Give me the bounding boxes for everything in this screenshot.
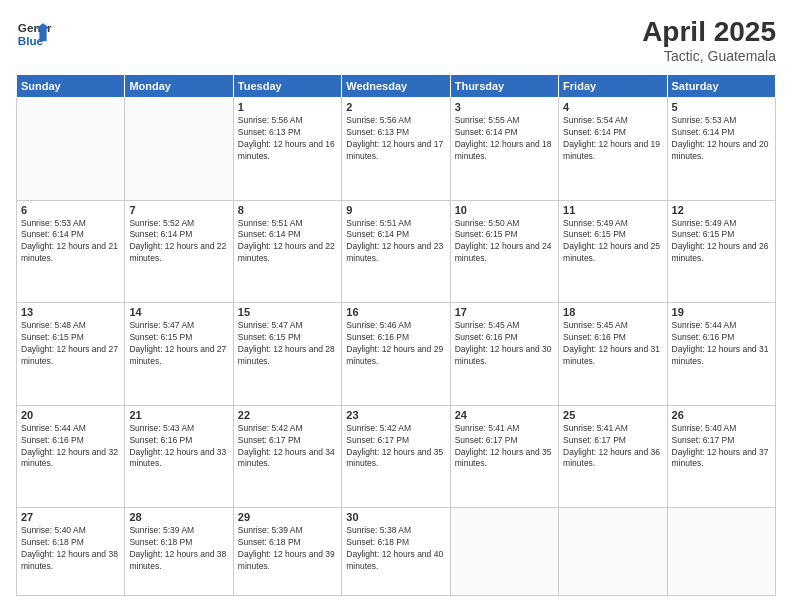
- weekday-header-cell: Saturday: [667, 75, 775, 98]
- weekday-header-cell: Sunday: [17, 75, 125, 98]
- day-number: 1: [238, 101, 337, 113]
- calendar-cell: 17Sunrise: 5:45 AM Sunset: 6:16 PM Dayli…: [450, 303, 558, 406]
- calendar-cell: 30Sunrise: 5:38 AM Sunset: 6:18 PM Dayli…: [342, 508, 450, 596]
- day-info: Sunrise: 5:47 AM Sunset: 6:15 PM Dayligh…: [129, 320, 228, 368]
- day-info: Sunrise: 5:45 AM Sunset: 6:16 PM Dayligh…: [455, 320, 554, 368]
- day-number: 27: [21, 511, 120, 523]
- day-number: 13: [21, 306, 120, 318]
- day-info: Sunrise: 5:40 AM Sunset: 6:17 PM Dayligh…: [672, 423, 771, 471]
- day-number: 19: [672, 306, 771, 318]
- day-number: 9: [346, 204, 445, 216]
- day-info: Sunrise: 5:50 AM Sunset: 6:15 PM Dayligh…: [455, 218, 554, 266]
- day-number: 5: [672, 101, 771, 113]
- logo: General Blue: [16, 16, 52, 52]
- day-info: Sunrise: 5:54 AM Sunset: 6:14 PM Dayligh…: [563, 115, 662, 163]
- location: Tactic, Guatemala: [642, 48, 776, 64]
- calendar-cell: 26Sunrise: 5:40 AM Sunset: 6:17 PM Dayli…: [667, 405, 775, 508]
- day-number: 3: [455, 101, 554, 113]
- day-info: Sunrise: 5:39 AM Sunset: 6:18 PM Dayligh…: [238, 525, 337, 573]
- title-block: April 2025 Tactic, Guatemala: [642, 16, 776, 64]
- day-number: 23: [346, 409, 445, 421]
- calendar-cell: 15Sunrise: 5:47 AM Sunset: 6:15 PM Dayli…: [233, 303, 341, 406]
- calendar-cell: 14Sunrise: 5:47 AM Sunset: 6:15 PM Dayli…: [125, 303, 233, 406]
- calendar-cell: 12Sunrise: 5:49 AM Sunset: 6:15 PM Dayli…: [667, 200, 775, 303]
- calendar-cell: 16Sunrise: 5:46 AM Sunset: 6:16 PM Dayli…: [342, 303, 450, 406]
- day-number: 22: [238, 409, 337, 421]
- calendar-cell: 22Sunrise: 5:42 AM Sunset: 6:17 PM Dayli…: [233, 405, 341, 508]
- logo-icon: General Blue: [16, 16, 52, 52]
- calendar-cell: 18Sunrise: 5:45 AM Sunset: 6:16 PM Dayli…: [559, 303, 667, 406]
- day-number: 10: [455, 204, 554, 216]
- calendar-cell: 19Sunrise: 5:44 AM Sunset: 6:16 PM Dayli…: [667, 303, 775, 406]
- weekday-header-cell: Friday: [559, 75, 667, 98]
- day-number: 18: [563, 306, 662, 318]
- calendar-cell: 21Sunrise: 5:43 AM Sunset: 6:16 PM Dayli…: [125, 405, 233, 508]
- day-info: Sunrise: 5:53 AM Sunset: 6:14 PM Dayligh…: [672, 115, 771, 163]
- day-number: 11: [563, 204, 662, 216]
- day-number: 17: [455, 306, 554, 318]
- calendar-cell: 29Sunrise: 5:39 AM Sunset: 6:18 PM Dayli…: [233, 508, 341, 596]
- calendar-table: SundayMondayTuesdayWednesdayThursdayFrid…: [16, 74, 776, 596]
- day-info: Sunrise: 5:49 AM Sunset: 6:15 PM Dayligh…: [672, 218, 771, 266]
- day-number: 29: [238, 511, 337, 523]
- calendar-row: 20Sunrise: 5:44 AM Sunset: 6:16 PM Dayli…: [17, 405, 776, 508]
- day-info: Sunrise: 5:56 AM Sunset: 6:13 PM Dayligh…: [346, 115, 445, 163]
- day-number: 24: [455, 409, 554, 421]
- calendar-cell: 6Sunrise: 5:53 AM Sunset: 6:14 PM Daylig…: [17, 200, 125, 303]
- day-info: Sunrise: 5:52 AM Sunset: 6:14 PM Dayligh…: [129, 218, 228, 266]
- calendar-row: 13Sunrise: 5:48 AM Sunset: 6:15 PM Dayli…: [17, 303, 776, 406]
- day-number: 4: [563, 101, 662, 113]
- day-number: 15: [238, 306, 337, 318]
- calendar-cell: 11Sunrise: 5:49 AM Sunset: 6:15 PM Dayli…: [559, 200, 667, 303]
- day-info: Sunrise: 5:53 AM Sunset: 6:14 PM Dayligh…: [21, 218, 120, 266]
- calendar-cell: 27Sunrise: 5:40 AM Sunset: 6:18 PM Dayli…: [17, 508, 125, 596]
- day-number: 28: [129, 511, 228, 523]
- day-info: Sunrise: 5:43 AM Sunset: 6:16 PM Dayligh…: [129, 423, 228, 471]
- calendar-row: 6Sunrise: 5:53 AM Sunset: 6:14 PM Daylig…: [17, 200, 776, 303]
- calendar-cell: [17, 98, 125, 201]
- weekday-header-cell: Monday: [125, 75, 233, 98]
- day-info: Sunrise: 5:42 AM Sunset: 6:17 PM Dayligh…: [346, 423, 445, 471]
- calendar-cell: 2Sunrise: 5:56 AM Sunset: 6:13 PM Daylig…: [342, 98, 450, 201]
- calendar-cell: 8Sunrise: 5:51 AM Sunset: 6:14 PM Daylig…: [233, 200, 341, 303]
- day-number: 2: [346, 101, 445, 113]
- calendar-cell: 7Sunrise: 5:52 AM Sunset: 6:14 PM Daylig…: [125, 200, 233, 303]
- calendar-cell: [667, 508, 775, 596]
- calendar-cell: 10Sunrise: 5:50 AM Sunset: 6:15 PM Dayli…: [450, 200, 558, 303]
- day-info: Sunrise: 5:45 AM Sunset: 6:16 PM Dayligh…: [563, 320, 662, 368]
- day-number: 6: [21, 204, 120, 216]
- day-info: Sunrise: 5:55 AM Sunset: 6:14 PM Dayligh…: [455, 115, 554, 163]
- day-number: 8: [238, 204, 337, 216]
- calendar-cell: 4Sunrise: 5:54 AM Sunset: 6:14 PM Daylig…: [559, 98, 667, 201]
- day-info: Sunrise: 5:41 AM Sunset: 6:17 PM Dayligh…: [455, 423, 554, 471]
- day-info: Sunrise: 5:48 AM Sunset: 6:15 PM Dayligh…: [21, 320, 120, 368]
- calendar-cell: 24Sunrise: 5:41 AM Sunset: 6:17 PM Dayli…: [450, 405, 558, 508]
- calendar-cell: 28Sunrise: 5:39 AM Sunset: 6:18 PM Dayli…: [125, 508, 233, 596]
- calendar-cell: 20Sunrise: 5:44 AM Sunset: 6:16 PM Dayli…: [17, 405, 125, 508]
- calendar-cell: 25Sunrise: 5:41 AM Sunset: 6:17 PM Dayli…: [559, 405, 667, 508]
- weekday-header-cell: Thursday: [450, 75, 558, 98]
- day-number: 7: [129, 204, 228, 216]
- day-info: Sunrise: 5:44 AM Sunset: 6:16 PM Dayligh…: [21, 423, 120, 471]
- calendar-cell: [450, 508, 558, 596]
- day-info: Sunrise: 5:44 AM Sunset: 6:16 PM Dayligh…: [672, 320, 771, 368]
- day-info: Sunrise: 5:38 AM Sunset: 6:18 PM Dayligh…: [346, 525, 445, 573]
- calendar-cell: 5Sunrise: 5:53 AM Sunset: 6:14 PM Daylig…: [667, 98, 775, 201]
- day-info: Sunrise: 5:42 AM Sunset: 6:17 PM Dayligh…: [238, 423, 337, 471]
- calendar-cell: 3Sunrise: 5:55 AM Sunset: 6:14 PM Daylig…: [450, 98, 558, 201]
- day-info: Sunrise: 5:51 AM Sunset: 6:14 PM Dayligh…: [346, 218, 445, 266]
- day-number: 30: [346, 511, 445, 523]
- weekday-header-cell: Wednesday: [342, 75, 450, 98]
- calendar-row: 27Sunrise: 5:40 AM Sunset: 6:18 PM Dayli…: [17, 508, 776, 596]
- calendar-cell: 1Sunrise: 5:56 AM Sunset: 6:13 PM Daylig…: [233, 98, 341, 201]
- calendar-cell: 13Sunrise: 5:48 AM Sunset: 6:15 PM Dayli…: [17, 303, 125, 406]
- weekday-header-row: SundayMondayTuesdayWednesdayThursdayFrid…: [17, 75, 776, 98]
- calendar-cell: [125, 98, 233, 201]
- day-info: Sunrise: 5:51 AM Sunset: 6:14 PM Dayligh…: [238, 218, 337, 266]
- day-number: 14: [129, 306, 228, 318]
- month-title: April 2025: [642, 16, 776, 48]
- day-number: 26: [672, 409, 771, 421]
- calendar-row: 1Sunrise: 5:56 AM Sunset: 6:13 PM Daylig…: [17, 98, 776, 201]
- day-info: Sunrise: 5:39 AM Sunset: 6:18 PM Dayligh…: [129, 525, 228, 573]
- weekday-header-cell: Tuesday: [233, 75, 341, 98]
